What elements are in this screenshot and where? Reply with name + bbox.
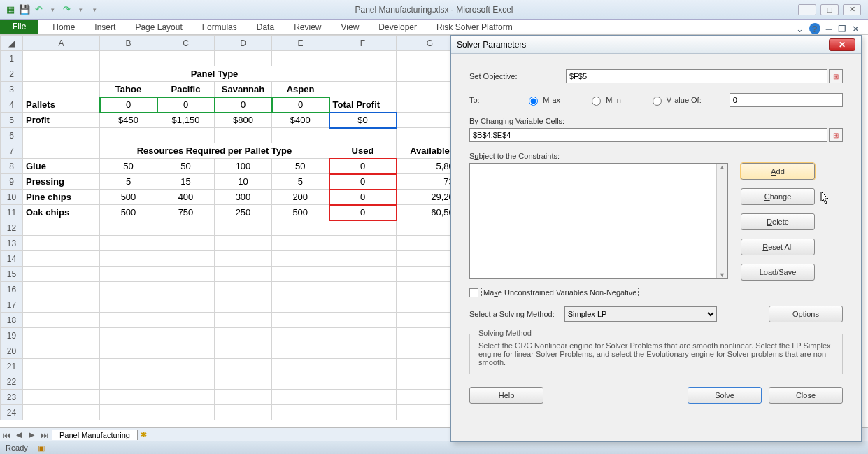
cell-decision-var[interactable]: 0 bbox=[157, 97, 215, 113]
cell[interactable]: Tahoe bbox=[100, 82, 157, 97]
cell[interactable]: Oak chips bbox=[23, 205, 100, 220]
constraints-listbox[interactable]: ▲▼ bbox=[469, 163, 728, 279]
row-header[interactable]: 23 bbox=[1, 390, 23, 405]
row-header[interactable]: 20 bbox=[1, 343, 23, 359]
add-button[interactable]: Add bbox=[741, 163, 815, 180]
cell[interactable]: Pressing bbox=[23, 174, 100, 190]
close-button[interactable]: Close bbox=[769, 387, 843, 404]
row-header[interactable]: 1 bbox=[1, 51, 23, 66]
cell[interactable]: 10 bbox=[215, 174, 272, 190]
ribbon-minimize-icon[interactable]: ⌄ bbox=[796, 24, 804, 34]
cell-decision-var[interactable]: 0 bbox=[272, 97, 329, 113]
select-all-cell[interactable]: ◢ bbox=[1, 36, 23, 51]
row-header[interactable]: 8 bbox=[1, 159, 23, 174]
options-button[interactable]: Options bbox=[769, 306, 843, 322]
tab-page-layout[interactable]: Page Layout bbox=[125, 20, 192, 34]
range-picker-icon[interactable]: ⊞ bbox=[829, 69, 843, 83]
tab-risk-solver[interactable]: Risk Solver Platform bbox=[427, 20, 522, 34]
tab-view[interactable]: View bbox=[332, 20, 369, 34]
cell[interactable]: 50 bbox=[272, 159, 329, 174]
solve-button[interactable]: Solve bbox=[688, 387, 762, 404]
max-radio[interactable]: Max bbox=[525, 94, 560, 106]
tab-developer[interactable]: Developer bbox=[369, 20, 427, 34]
row-header[interactable]: 18 bbox=[1, 313, 23, 328]
cell[interactable]: Resources Required per Pallet Type bbox=[100, 143, 329, 159]
row-header[interactable]: 5 bbox=[1, 113, 23, 128]
cell[interactable]: Total Profit bbox=[329, 97, 397, 113]
qat-customize-icon[interactable]: ▾ bbox=[88, 3, 101, 16]
col-header-A[interactable]: A bbox=[23, 36, 100, 51]
cell[interactable]: $1,150 bbox=[157, 113, 215, 128]
sheet-nav-last-icon[interactable]: ⏭ bbox=[38, 431, 50, 439]
delete-button[interactable]: Delete bbox=[741, 213, 815, 230]
row-header[interactable]: 12 bbox=[1, 220, 23, 236]
cell-constraint[interactable]: 0 bbox=[329, 174, 397, 190]
file-tab[interactable]: File bbox=[0, 19, 38, 34]
row-header[interactable]: 22 bbox=[1, 374, 23, 390]
row-header[interactable]: 3 bbox=[1, 82, 23, 97]
scrollbar[interactable]: ▲▼ bbox=[716, 164, 727, 278]
spreadsheet-grid[interactable]: ◢ A B C D E F G 1 2Panel Type 3 Tahoe Pa… bbox=[0, 35, 464, 420]
row-header[interactable]: 10 bbox=[1, 190, 23, 205]
cell[interactable]: Pine chips bbox=[23, 190, 100, 205]
macro-record-icon[interactable]: ▣ bbox=[38, 444, 45, 453]
help-button[interactable]: Help bbox=[469, 387, 543, 404]
cell[interactable]: Pallets bbox=[23, 97, 100, 113]
close-window-button[interactable]: ✕ bbox=[843, 4, 861, 15]
cell[interactable]: Used bbox=[329, 143, 397, 159]
row-header[interactable]: 19 bbox=[1, 328, 23, 343]
cell-panel-type[interactable]: Panel Type bbox=[100, 66, 329, 82]
cell-constraint[interactable]: 0 bbox=[329, 190, 397, 205]
cell[interactable]: 750 bbox=[157, 205, 215, 220]
tab-formulas[interactable]: Formulas bbox=[192, 20, 247, 34]
load-save-button[interactable]: Load/Save bbox=[741, 264, 815, 281]
cell[interactable]: 250 bbox=[215, 205, 272, 220]
reset-all-button[interactable]: Reset All bbox=[741, 239, 815, 255]
undo-icon[interactable]: ↶ bbox=[32, 3, 45, 16]
cell-constraint[interactable]: 0 bbox=[329, 159, 397, 174]
col-header-D[interactable]: D bbox=[215, 36, 272, 51]
window-close-icon[interactable]: ✕ bbox=[852, 24, 860, 34]
cell[interactable]: $400 bbox=[272, 113, 329, 128]
sheet-tab[interactable]: Panel Manufacturing bbox=[52, 430, 138, 440]
sheet-nav-next-icon[interactable]: ▶ bbox=[25, 430, 38, 439]
objective-input[interactable] bbox=[566, 69, 827, 83]
cell[interactable]: 5 bbox=[100, 174, 157, 190]
row-header[interactable]: 11 bbox=[1, 205, 23, 220]
cell[interactable]: $800 bbox=[215, 113, 272, 128]
value-of-input[interactable] bbox=[730, 93, 843, 107]
cell[interactable]: 500 bbox=[272, 205, 329, 220]
col-header-C[interactable]: C bbox=[157, 36, 215, 51]
col-header-F[interactable]: F bbox=[329, 36, 397, 51]
row-header[interactable]: 21 bbox=[1, 359, 23, 374]
changing-cells-input[interactable] bbox=[469, 128, 827, 142]
cell[interactable]: 50 bbox=[100, 159, 157, 174]
cell[interactable]: $450 bbox=[100, 113, 157, 128]
cell-constraint[interactable]: 0 bbox=[329, 205, 397, 220]
cell[interactable]: 100 bbox=[215, 159, 272, 174]
window-min-icon[interactable]: ─ bbox=[826, 24, 832, 34]
cell[interactable]: 500 bbox=[100, 205, 157, 220]
cell[interactable]: 300 bbox=[215, 190, 272, 205]
undo-dropdown-icon[interactable]: ▾ bbox=[46, 3, 59, 16]
redo-dropdown-icon[interactable]: ▾ bbox=[74, 3, 87, 16]
save-icon[interactable]: 💾 bbox=[18, 3, 31, 16]
solving-method-select[interactable]: Simplex LP bbox=[564, 306, 717, 322]
change-button[interactable]: Change bbox=[741, 188, 815, 205]
row-header[interactable]: 13 bbox=[1, 236, 23, 251]
dialog-titlebar[interactable]: Solver Parameters ✕ bbox=[451, 36, 861, 54]
tab-insert[interactable]: Insert bbox=[85, 20, 125, 34]
sheet-nav-prev-icon[interactable]: ◀ bbox=[13, 430, 25, 439]
cell[interactable]: Aspen bbox=[272, 82, 329, 97]
cell-objective[interactable]: $0 bbox=[329, 113, 397, 128]
row-header[interactable]: 2 bbox=[1, 66, 23, 82]
cell[interactable]: Pacific bbox=[157, 82, 215, 97]
row-header[interactable]: 24 bbox=[1, 405, 23, 420]
row-header[interactable]: 7 bbox=[1, 143, 23, 159]
min-radio[interactable]: Min bbox=[588, 94, 621, 106]
col-header-E[interactable]: E bbox=[272, 36, 329, 51]
row-header[interactable]: 6 bbox=[1, 128, 23, 143]
range-picker-icon[interactable]: ⊞ bbox=[829, 128, 843, 142]
row-header[interactable]: 14 bbox=[1, 251, 23, 267]
col-header-B[interactable]: B bbox=[100, 36, 157, 51]
